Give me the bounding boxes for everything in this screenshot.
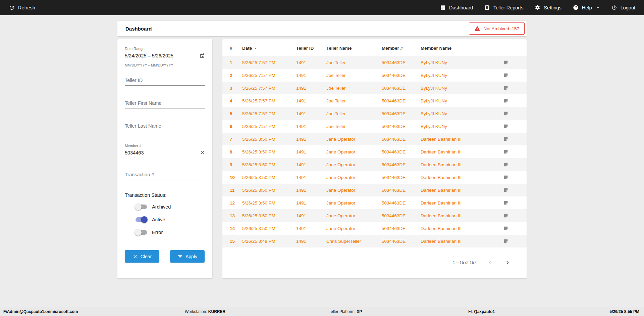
pagination-next-button[interactable]: [504, 259, 511, 266]
teller-id-input[interactable]: [125, 75, 205, 85]
table-row[interactable]: 15/26/25 7:57 PM1491Joe Teller5034463DEB…: [222, 56, 527, 69]
cell-member: 5034463DE: [382, 188, 421, 193]
note-icon[interactable]: [499, 60, 515, 65]
clear-button-label: Clear: [141, 254, 152, 259]
note-icon[interactable]: [499, 226, 515, 231]
cell-num: 10: [230, 175, 242, 180]
cell-teller-id: 1491: [296, 239, 326, 244]
cell-member-name: ByLyJI KUNy: [421, 124, 499, 129]
table-row[interactable]: 85/26/25 3:50 PM1491Jane Operator5034463…: [222, 145, 527, 158]
status-workstation: Workstation: KURRER: [185, 309, 225, 314]
cell-teller-id: 1491: [296, 111, 326, 116]
note-icon[interactable]: [499, 98, 515, 103]
cell-teller-name: Jane Operator: [326, 137, 382, 142]
col-header-member: Member #: [382, 46, 421, 51]
note-icon[interactable]: [499, 149, 515, 154]
table-row[interactable]: 155/26/25 3:48 PM1491Chris SuperTeller50…: [222, 235, 527, 247]
toggle-error[interactable]: [135, 229, 148, 236]
pagination-prev-button[interactable]: [486, 259, 494, 266]
date-range-input[interactable]: [125, 51, 205, 61]
member-number-input[interactable]: [125, 148, 205, 158]
dashboard-icon: [440, 5, 446, 10]
table-row[interactable]: 25/26/25 7:57 PM1491Joe Teller5034463DEB…: [222, 69, 527, 82]
cell-member-name: Darleen Bashirian III: [421, 226, 499, 231]
table-row[interactable]: 105/26/25 3:50 PM1491Jane Operator503446…: [222, 171, 527, 184]
cell-member: 5034463DE: [382, 226, 421, 231]
nav-teller-reports[interactable]: Teller Reports: [484, 5, 523, 10]
cell-teller-id: 1491: [296, 188, 326, 193]
note-icon[interactable]: [499, 238, 515, 244]
note-icon[interactable]: [499, 124, 515, 129]
table-row[interactable]: 145/26/25 3:50 PM1491Jane Operator503446…: [222, 222, 527, 235]
table-row[interactable]: 125/26/25 3:50 PM1491Jane Operator503446…: [222, 196, 527, 209]
table-row[interactable]: 45/26/25 7:57 PM1491Joe Teller5034463DEB…: [222, 94, 527, 107]
table-row[interactable]: 75/26/25 3:50 PM1491Jane Operator5034463…: [222, 133, 527, 145]
nav-dashboard[interactable]: Dashboard: [440, 5, 473, 10]
cell-date: 5/26/25 3:50 PM: [242, 175, 296, 180]
note-icon[interactable]: [499, 73, 515, 78]
table-row[interactable]: 55/26/25 7:57 PM1491Joe Teller5034463DEB…: [222, 107, 527, 120]
cell-teller-id: 1491: [296, 162, 326, 167]
date-range-hint: MM/DD/YYYY – MM/DD/YYYY: [125, 63, 205, 67]
nav-dashboard-label: Dashboard: [449, 5, 473, 10]
cell-member: 5034463DE: [382, 137, 421, 142]
toggle-archived[interactable]: [135, 203, 148, 211]
teller-last-name-input[interactable]: [125, 121, 205, 131]
note-icon[interactable]: [499, 175, 515, 180]
toggle-label-error: Error: [152, 230, 163, 235]
cell-date: 5/26/25 3:50 PM: [242, 137, 296, 142]
topbar: Refresh Dashboard Teller Reports Setting…: [0, 0, 644, 15]
nav-teller-reports-label: Teller Reports: [493, 5, 523, 10]
calendar-icon[interactable]: [200, 53, 205, 58]
dashboard-header-card: Dashboard Not Archived: 157: [117, 21, 527, 36]
apply-button[interactable]: Apply: [170, 250, 205, 263]
date-range-label: Date Range: [125, 47, 205, 51]
cell-num: 2: [230, 73, 242, 78]
note-icon[interactable]: [499, 200, 515, 206]
teller-first-name-input[interactable]: [125, 98, 205, 108]
cell-teller-name: Jane Operator: [326, 149, 382, 154]
table-row[interactable]: 135/26/25 3:50 PM1491Jane Operator503446…: [222, 209, 527, 222]
cell-member: 5034463DE: [382, 60, 421, 65]
cell-teller-id: 1491: [296, 60, 326, 65]
cell-date: 5/26/25 7:57 PM: [242, 111, 296, 116]
settings-icon: [535, 5, 540, 10]
cell-member-name: Darleen Bashirian III: [421, 213, 499, 218]
col-header-date[interactable]: Date: [242, 46, 296, 51]
note-icon[interactable]: [499, 187, 515, 193]
table-row[interactable]: 95/26/25 3:50 PM1491Jane Operator5034463…: [222, 158, 527, 171]
cell-teller-id: 1491: [296, 226, 326, 231]
table-row[interactable]: 65/26/25 7:57 PM1491Joe Teller5034463DEB…: [222, 120, 527, 133]
status-fi-label: FI:: [468, 309, 474, 314]
cell-num: 12: [230, 200, 242, 206]
help-icon: [573, 5, 579, 10]
refresh-button[interactable]: Refresh: [9, 5, 35, 11]
nav-help-label: Help: [582, 5, 592, 10]
member-number-label: Member #: [125, 144, 205, 148]
clear-button[interactable]: Clear: [125, 250, 159, 263]
cell-date: 5/26/25 3:48 PM: [242, 239, 296, 244]
col-header-teller-name: Teller Name: [326, 46, 382, 51]
col-header-date-label: Date: [242, 46, 252, 51]
col-header-teller-id: Teller ID: [296, 46, 326, 51]
nav-settings[interactable]: Settings: [535, 5, 561, 10]
cell-num: 3: [230, 86, 242, 91]
cell-num: 11: [230, 188, 242, 193]
note-icon[interactable]: [499, 136, 515, 142]
note-icon[interactable]: [499, 111, 515, 116]
nav-logout[interactable]: Logout: [611, 5, 635, 10]
refresh-icon: [9, 5, 15, 11]
cell-teller-name: Joe Teller: [326, 111, 382, 116]
cell-teller-id: 1491: [296, 137, 326, 142]
transaction-number-input[interactable]: [125, 170, 205, 180]
table-row[interactable]: 35/26/25 7:57 PM1491Joe Teller5034463DEB…: [222, 82, 527, 94]
note-icon[interactable]: [499, 213, 515, 218]
nav-help[interactable]: Help: [573, 5, 600, 10]
clear-member-icon[interactable]: [200, 150, 205, 155]
col-header-num: #: [230, 46, 242, 51]
table-row[interactable]: 115/26/25 3:50 PM1491Jane Operator503446…: [222, 184, 527, 196]
cell-date: 5/26/25 3:50 PM: [242, 213, 296, 218]
toggle-active[interactable]: [135, 216, 148, 223]
note-icon[interactable]: [499, 85, 515, 91]
note-icon[interactable]: [499, 162, 515, 167]
